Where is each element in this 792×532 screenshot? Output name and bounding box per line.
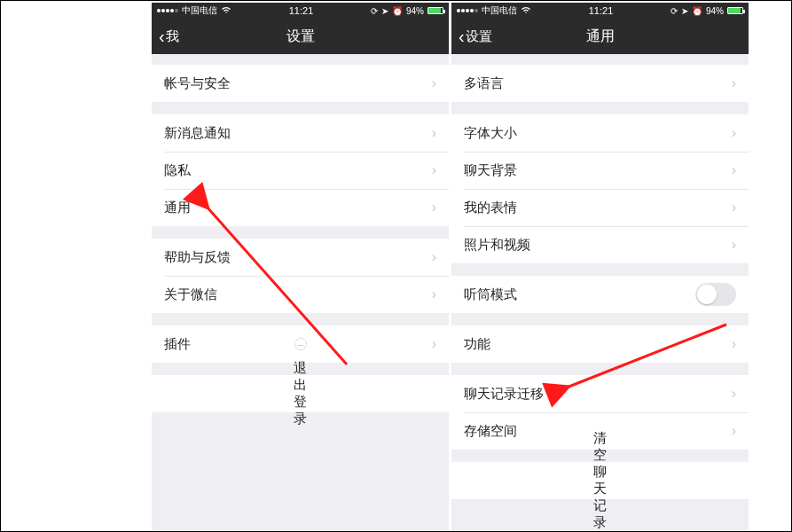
cell-label: 退出登录 bbox=[294, 360, 307, 427]
back-label: 我 bbox=[166, 28, 179, 45]
carrier-label: 中国电信 bbox=[482, 4, 517, 17]
cell-聊天记录迁移[interactable]: 聊天记录迁移› bbox=[451, 375, 749, 412]
location-icon: ➤ bbox=[681, 6, 688, 16]
cell-label: 隐私 bbox=[164, 162, 432, 179]
cell-聊天背景[interactable]: 聊天背景› bbox=[451, 152, 749, 189]
cell-label: 我的表情 bbox=[464, 200, 732, 216]
cell-label: 插件 bbox=[164, 336, 289, 353]
cell-label: 听筒模式 bbox=[464, 286, 695, 303]
chevron-right-icon: › bbox=[732, 162, 736, 178]
chevron-right-icon: › bbox=[732, 336, 736, 352]
chevron-right-icon: › bbox=[432, 75, 436, 91]
page-title: 通用 bbox=[586, 27, 615, 46]
clock-label: 11:21 bbox=[589, 5, 614, 16]
list-group: 听筒模式 bbox=[451, 276, 749, 313]
cell-听筒模式[interactable]: 听筒模式 bbox=[451, 276, 749, 313]
rotation-lock-icon: ⟳ bbox=[371, 6, 378, 16]
cell-label: 帮助与反馈 bbox=[164, 249, 432, 266]
chevron-right-icon: › bbox=[732, 75, 736, 91]
rotation-lock-icon: ⟳ bbox=[670, 6, 678, 16]
list-group: 清空聊天记录 bbox=[451, 462, 749, 499]
chevron-right-icon: › bbox=[432, 200, 436, 215]
chevron-right-icon: › bbox=[432, 125, 436, 141]
list-group: 字体大小›聊天背景›我的表情›照片和视频› bbox=[451, 114, 749, 263]
list-group: 功能› bbox=[451, 325, 749, 363]
cell-字体大小[interactable]: 字体大小› bbox=[451, 114, 749, 152]
wifi-icon bbox=[521, 6, 531, 16]
status-bar: 中国电信 11:21 ⟳ ➤ ⏰ 94% bbox=[152, 3, 449, 19]
carrier-label: 中国电信 bbox=[182, 4, 217, 17]
location-icon: ➤ bbox=[381, 6, 388, 16]
chevron-right-icon: › bbox=[432, 286, 436, 302]
nav-bar: ‹ 设置 通用 bbox=[451, 19, 749, 54]
toggle-switch[interactable] bbox=[695, 283, 736, 306]
cell-关于微信[interactable]: 关于微信› bbox=[152, 276, 449, 313]
phone-general: 中国电信 11:21 ⟳ ➤ ⏰ 94% ‹ 设置 通用 多语言›字体大小›聊天… bbox=[451, 3, 749, 530]
chevron-right-icon: › bbox=[732, 237, 736, 253]
chevron-right-icon: › bbox=[732, 423, 736, 439]
cell-清空聊天记录[interactable]: 清空聊天记录 bbox=[451, 462, 749, 499]
page-title: 设置 bbox=[286, 27, 315, 46]
alarm-icon: ⏰ bbox=[692, 6, 702, 16]
signal-dots-icon bbox=[457, 9, 478, 12]
cell-label: 关于微信 bbox=[164, 286, 432, 303]
chevron-right-icon: › bbox=[432, 162, 436, 178]
general-list: 多语言›字体大小›聊天背景›我的表情›照片和视频›听筒模式功能›聊天记录迁移›存… bbox=[451, 65, 749, 499]
plugin-badge-icon: – bbox=[294, 338, 307, 350]
settings-list: 帐号与安全›新消息通知›隐私›通用›帮助与反馈›关于微信›插件–›退出登录 bbox=[152, 65, 449, 412]
battery-label: 94% bbox=[706, 6, 724, 16]
cell-退出登录[interactable]: 退出登录 bbox=[152, 375, 449, 412]
cell-label: 聊天背景 bbox=[464, 162, 732, 179]
chevron-right-icon: › bbox=[432, 249, 436, 265]
list-group: 退出登录 bbox=[152, 375, 449, 412]
cell-隐私[interactable]: 隐私› bbox=[152, 152, 449, 189]
cell-插件[interactable]: 插件–› bbox=[152, 325, 449, 363]
cell-功能[interactable]: 功能› bbox=[451, 325, 749, 363]
cell-通用[interactable]: 通用› bbox=[152, 189, 449, 226]
wifi-icon bbox=[221, 6, 231, 16]
battery-icon bbox=[727, 7, 743, 14]
back-label: 设置 bbox=[466, 28, 492, 45]
cell-label: 字体大小 bbox=[464, 125, 732, 142]
alarm-icon: ⏰ bbox=[392, 6, 403, 16]
cell-label: 帐号与安全 bbox=[164, 75, 432, 92]
list-group: 新消息通知›隐私›通用› bbox=[152, 114, 449, 226]
cell-label: 新消息通知 bbox=[164, 125, 432, 142]
list-group: 帮助与反馈›关于微信› bbox=[152, 239, 449, 313]
battery-icon bbox=[427, 7, 443, 14]
chevron-left-icon: ‹ bbox=[159, 27, 165, 47]
cell-我的表情[interactable]: 我的表情› bbox=[451, 189, 749, 226]
list-group: 多语言› bbox=[451, 65, 749, 102]
cell-label: 聊天记录迁移 bbox=[464, 386, 732, 403]
list-group: 帐号与安全› bbox=[152, 65, 449, 102]
status-bar: 中国电信 11:21 ⟳ ➤ ⏰ 94% bbox=[451, 3, 749, 19]
clock-label: 11:21 bbox=[289, 5, 314, 16]
cell-帮助与反馈[interactable]: 帮助与反馈› bbox=[152, 239, 449, 276]
cell-label: 通用 bbox=[164, 200, 432, 216]
cell-label: 多语言 bbox=[464, 75, 732, 92]
chevron-right-icon: › bbox=[732, 125, 736, 141]
cell-帐号与安全[interactable]: 帐号与安全› bbox=[152, 65, 449, 102]
chevron-right-icon: › bbox=[732, 386, 736, 402]
phone-settings: 中国电信 11:21 ⟳ ➤ ⏰ 94% ‹ 我 设置 帐号与安全›新消息通知›… bbox=[152, 3, 449, 530]
chevron-right-icon: › bbox=[432, 336, 436, 352]
chevron-right-icon: › bbox=[732, 200, 736, 215]
signal-dots-icon bbox=[157, 9, 178, 12]
back-button[interactable]: ‹ 我 bbox=[159, 19, 179, 54]
chevron-left-icon: ‹ bbox=[459, 27, 465, 47]
cell-label: 功能 bbox=[464, 336, 732, 353]
cell-多语言[interactable]: 多语言› bbox=[451, 65, 749, 102]
list-group: 插件–› bbox=[152, 325, 449, 363]
back-button[interactable]: ‹ 设置 bbox=[459, 19, 492, 54]
nav-bar: ‹ 我 设置 bbox=[152, 19, 449, 54]
cell-新消息通知[interactable]: 新消息通知› bbox=[152, 114, 449, 152]
cell-label: 清空聊天记录 bbox=[593, 430, 607, 530]
cell-label: 照片和视频 bbox=[464, 237, 732, 254]
cell-照片和视频[interactable]: 照片和视频› bbox=[451, 226, 749, 263]
battery-label: 94% bbox=[406, 6, 424, 16]
